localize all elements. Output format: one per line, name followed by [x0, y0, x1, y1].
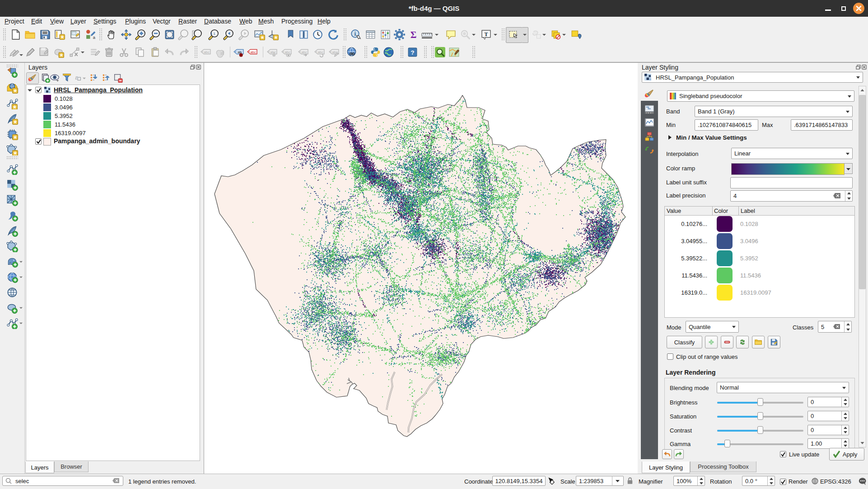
svg-text:Σ: Σ — [411, 29, 417, 40]
svg-text:?: ? — [411, 49, 414, 56]
svg-text:abc: abc — [317, 50, 323, 54]
svg-text:abc: abc — [270, 50, 276, 54]
svg-text:T: T — [484, 31, 488, 38]
svg-text:a: a — [93, 35, 96, 40]
svg-text:abc: abc — [204, 50, 210, 54]
svg-text:abc: abc — [285, 50, 290, 54]
svg-text:1:1: 1:1 — [210, 32, 215, 36]
svg-text:abc: abc — [250, 50, 256, 54]
svg-text:abc: abc — [301, 50, 307, 54]
